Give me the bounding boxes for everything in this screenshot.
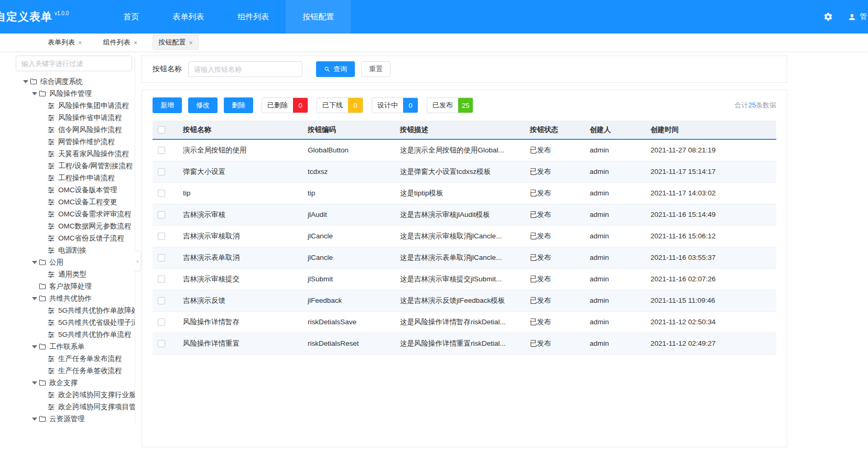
count-badge: 25 [458, 98, 473, 113]
page-tab[interactable]: 组件列表 [97, 35, 144, 50]
tree-item[interactable]: 公用 [16, 256, 135, 268]
tree-item[interactable]: 5G共维共优协作单流程 [16, 328, 135, 341]
user-icon [848, 13, 856, 21]
tree-item[interactable]: 生产任务单发布流程 [16, 353, 135, 365]
table-row[interactable]: 吉林演示表单取消 jlCancle 这是吉林演示表单取消jlCancle... … [153, 247, 776, 268]
query-button[interactable]: 查询 [316, 61, 355, 77]
filter-chip-offline[interactable]: 已下线 0 [317, 97, 363, 113]
sidebar-collapse-handle[interactable] [135, 250, 141, 271]
row-checkbox[interactable] [158, 319, 165, 326]
caret-down-icon[interactable] [31, 89, 38, 98]
select-all-checkbox[interactable] [158, 126, 165, 134]
tree-item[interactable]: 工程操作申请流程 [16, 172, 135, 184]
tree-item[interactable]: 客户故障处理 [16, 280, 135, 292]
close-icon[interactable] [189, 39, 193, 46]
tree-item[interactable]: 信令网风险操作流程 [16, 124, 135, 136]
row-checkbox[interactable] [158, 254, 165, 261]
tree-item[interactable]: 风险操作省申请流程 [16, 112, 135, 124]
row-checkbox[interactable] [158, 233, 165, 240]
cell-button-desc: 这是吉林演示审核取消jlCancle... [395, 225, 525, 247]
table-header: 按钮名称 按钮编码 按钮描述 按钮状态 创建人 创建时间 [153, 120, 776, 139]
row-checkbox[interactable] [158, 211, 165, 218]
table-row[interactable]: 吉林演示审核取消 jlCancle 这是吉林演示审核取消jlCancle... … [153, 225, 776, 247]
tree-item[interactable]: 云资源管理 [16, 413, 135, 424]
tree-item[interactable]: 5G共维共优省级处理子流程 [16, 316, 135, 328]
caret-down-icon[interactable] [31, 258, 38, 267]
filter-chip-deleted[interactable]: 已删除 0 [262, 97, 308, 113]
cell-create-time: 2021-11-16 03:55:37 [645, 247, 776, 268]
caret-down-icon[interactable] [31, 378, 38, 387]
nav-item[interactable]: 组件列表 [221, 0, 286, 34]
tree-item[interactable]: OMC数据网元参数流程 [16, 220, 135, 232]
tree-item[interactable]: 综合调度系统 [16, 75, 135, 87]
nav-item[interactable]: 首页 [106, 0, 156, 34]
page-tab[interactable]: 按钮配置 [153, 35, 199, 50]
row-checkbox[interactable] [158, 147, 165, 154]
cell-button-status: 已发布 [525, 161, 584, 182]
table-row[interactable]: tip tip 这是tiptip模板 已发布 admin 2021-11-17 … [153, 182, 776, 204]
tree-item[interactable]: OMC省份反馈子流程 [16, 232, 135, 244]
tree-item[interactable]: 共维共优协作 [16, 292, 135, 304]
table-row[interactable]: 吉林演示审核提交 jlSubmit 这是吉林演示审核提交jlSubmit... … [153, 268, 776, 290]
chip-label: 已发布 [427, 98, 458, 113]
tree-item[interactable]: 政企跨域协同支撑项目管理 [16, 401, 135, 413]
page-tab[interactable]: 表单列表 [42, 35, 88, 50]
table-row[interactable]: 风险操作详情暂存 riskDetialsSave 这是风险操作详情暂存riskD… [153, 311, 776, 333]
close-icon[interactable] [134, 39, 138, 46]
close-icon[interactable] [78, 39, 82, 46]
caret-down-icon[interactable] [31, 414, 38, 423]
cell-checkbox [153, 268, 178, 290]
tree-item[interactable]: 通用类型 [16, 268, 135, 280]
total-count: 合计25条数据 [735, 101, 776, 110]
nav-item[interactable]: 表单列表 [156, 0, 221, 34]
tree-item[interactable]: OMC设备需求评审流程 [16, 208, 135, 220]
add-button[interactable]: 新增 [153, 97, 182, 113]
cell-checkbox [153, 161, 178, 182]
tree-item-label: 生产任务单签收流程 [58, 366, 122, 376]
cell-button-desc: 这是风险操作详情暂存riskDetial... [395, 311, 525, 333]
reset-button[interactable]: 重置 [361, 61, 390, 77]
tree-item[interactable]: 生产任务单签收流程 [16, 365, 135, 377]
filter-chip-published[interactable]: 已发布 25 [427, 97, 473, 113]
row-checkbox[interactable] [158, 297, 165, 304]
table-row[interactable]: 演示全局按钮的使用 GlobalButton 这是演示全局按钮的使用Global… [153, 139, 776, 161]
tree-item[interactable]: 工作联系单 [16, 341, 135, 353]
table-row[interactable]: 吉林演示审核 jlAudit 这是吉林演示审核jlAudit模板 已发布 adm… [153, 204, 776, 225]
table-row[interactable]: 风险操作详情重置 riskDetialsReset 这是风险操作详情重置risk… [153, 333, 776, 354]
caret-down-icon[interactable] [22, 77, 29, 86]
row-checkbox[interactable] [158, 340, 165, 347]
tree-item[interactable]: 政企跨域协同支撑行业服务 [16, 389, 135, 401]
tree-item[interactable]: 工程/设备/网管割接流程 [16, 160, 135, 172]
edit-button[interactable]: 修改 [188, 97, 218, 113]
button-name-input[interactable] [188, 61, 302, 77]
delete-button[interactable]: 删除 [224, 97, 253, 113]
row-checkbox[interactable] [158, 190, 165, 197]
user-menu[interactable]: 管 [848, 12, 867, 21]
navbar-right: 管 [823, 12, 868, 21]
tree-item[interactable]: 5G共维共优协作单故障处理 [16, 304, 135, 316]
tree-item[interactable]: 网管操作维护流程 [16, 136, 135, 148]
tree-item-label: OMC设备需求评审流程 [58, 210, 132, 219]
cell-button-name: 演示全局按钮的使用 [178, 139, 302, 161]
tree-filter-input[interactable] [16, 56, 132, 71]
caret-down-icon[interactable] [31, 342, 38, 351]
row-checkbox[interactable] [158, 276, 165, 283]
tree-item[interactable]: 电源割接 [16, 244, 135, 256]
row-checkbox[interactable] [158, 168, 165, 175]
settings-gear-icon[interactable] [823, 12, 833, 21]
tree-item-label: 生产任务单发布流程 [58, 354, 122, 364]
tree-item[interactable]: 风险操作管理 [16, 87, 135, 100]
filter-chip-designing[interactable]: 设计中 0 [372, 97, 418, 113]
app-logo: 自定义表单 v1.0.0 [0, 9, 69, 24]
tree-item[interactable]: 政企支撑 [16, 377, 135, 389]
caret-down-icon[interactable] [31, 294, 38, 303]
tree-item[interactable]: 风险操作集团申请流程 [16, 100, 135, 112]
tree-item[interactable]: 天翼看家风险操作流程 [16, 148, 135, 160]
cell-button-code: GlobalButton [302, 139, 395, 161]
table-row[interactable]: 吉林演示反馈 jlFeedback 这是吉林演示反馈jlFeedback模板 已… [153, 290, 776, 311]
nav-item[interactable]: 按钮配置 [286, 0, 351, 34]
tree-item[interactable]: OMC设备工程变更 [16, 196, 135, 208]
table-row[interactable]: 弹窗大小设置 tcdxsz 这是弹窗大小设置tcdxsz模板 已发布 admin… [153, 161, 776, 182]
flow-icon [47, 391, 57, 399]
tree-item[interactable]: OMC设备版本管理 [16, 184, 135, 196]
